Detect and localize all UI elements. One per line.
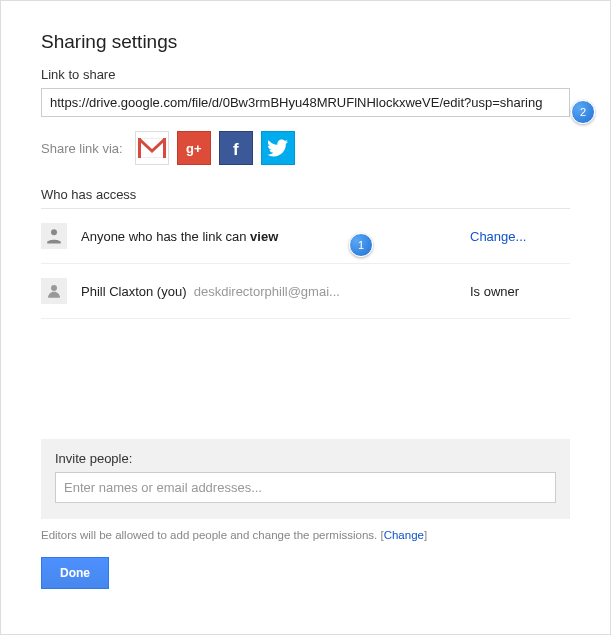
svg-rect-6 — [47, 241, 61, 243]
svg-point-7 — [51, 285, 57, 291]
svg-point-5 — [51, 229, 57, 235]
who-has-access-section: Who has access Anyone who has the link c… — [41, 187, 570, 319]
change-access-link[interactable]: Change... — [470, 229, 570, 244]
editor-change-link[interactable]: Change — [384, 529, 424, 541]
owner-email: deskdirectorphill@gmai... — [194, 284, 340, 299]
svg-text:f: f — [233, 140, 239, 158]
access-row-public: Anyone who has the link can view Change.… — [41, 209, 570, 264]
access-text-permission: view — [250, 229, 278, 244]
svg-text:g+: g+ — [186, 141, 202, 156]
twitter-icon[interactable] — [261, 131, 295, 165]
link-to-share-label: Link to share — [41, 67, 570, 82]
owner-role: Is owner — [470, 284, 570, 299]
svg-rect-2 — [163, 138, 166, 158]
owner-name: Phill Claxton (you) — [81, 284, 187, 299]
access-row-text: Phill Claxton (you) deskdirectorphill@gm… — [81, 284, 470, 299]
link-access-icon — [41, 223, 67, 249]
annotation-badge-2: 2 — [571, 100, 595, 124]
sharing-dialog: Sharing settings Link to share Share lin… — [1, 1, 610, 609]
invite-input[interactable] — [55, 472, 556, 503]
editor-note-closing: ] — [424, 529, 427, 541]
invite-section: Invite people: — [41, 439, 570, 519]
share-via-row: Share link via: g+ f — [41, 131, 570, 165]
google-plus-icon[interactable]: g+ — [177, 131, 211, 165]
share-via-label: Share link via: — [41, 141, 123, 156]
editor-note-text: Editors will be allowed to add people an… — [41, 529, 384, 541]
access-row-owner: Phill Claxton (you) deskdirectorphill@gm… — [41, 264, 570, 319]
who-has-access-heading: Who has access — [41, 187, 570, 209]
invite-label: Invite people: — [55, 451, 556, 466]
access-text-prefix: Anyone who has the link can — [81, 229, 250, 244]
person-icon — [41, 278, 67, 304]
done-button[interactable]: Done — [41, 557, 109, 589]
facebook-icon[interactable]: f — [219, 131, 253, 165]
access-row-text: Anyone who has the link can view — [81, 229, 450, 244]
share-link-input[interactable] — [41, 88, 570, 117]
dialog-title: Sharing settings — [41, 31, 570, 53]
svg-rect-1 — [138, 138, 141, 158]
annotation-badge-1: 1 — [349, 233, 373, 257]
gmail-icon[interactable] — [135, 131, 169, 165]
editor-permissions-note: Editors will be allowed to add people an… — [41, 529, 570, 541]
